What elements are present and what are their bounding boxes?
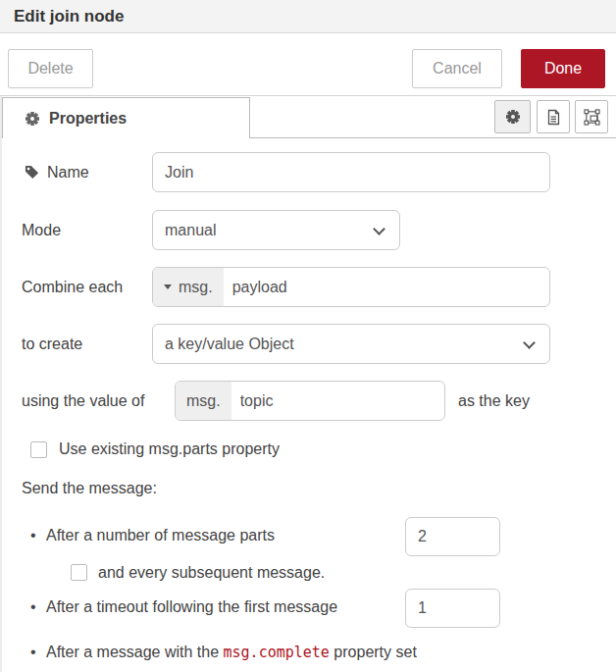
tab-properties-label: Properties [49,110,127,128]
properties-tab-button[interactable] [494,100,531,133]
msg-complete-code: msg.complete [224,644,330,661]
to-create-label: to create [22,324,82,364]
name-label-row: Name [25,152,89,192]
appearance-icon [584,109,600,126]
mode-label: Mode [22,210,61,250]
to-create-select-value: a key/value Object [165,325,294,363]
tag-icon [25,165,39,180]
complete-item-label: After a message with the msg.complete pr… [46,644,417,661]
description-tab-button[interactable] [537,100,570,133]
chevron-down-icon [373,223,385,235]
gear-icon [25,111,40,127]
tray-left-edge [0,96,2,672]
count-item-label: After a number of message parts [46,527,275,544]
combine-typedinput: msg. [152,267,550,307]
key-type-label: msg. [186,392,221,410]
caret-down-icon [164,284,172,289]
subsequent-checkbox[interactable] [71,564,87,581]
mode-select-value: manual [165,211,216,249]
mode-select[interactable]: manual [152,210,400,250]
use-parts-checkbox[interactable] [30,441,47,458]
name-label: Name [47,152,89,192]
delete-button[interactable]: Delete [8,49,93,88]
dialog-header: Edit join node [0,0,616,33]
combine-type-label: msg. [179,279,213,296]
name-input[interactable] [152,152,550,192]
chevron-down-icon [523,336,536,349]
use-parts-label: Use existing msg.parts property [59,440,280,458]
complete-text-before: After a message with the [46,644,224,660]
count-input[interactable] [405,517,500,556]
complete-text-after: property set [330,644,417,660]
description-icon [545,109,561,126]
key-suffix-label: as the key [458,381,530,421]
subsequent-label: and every subsequent message. [98,564,325,582]
key-label: using the value of [22,381,144,421]
edit-join-node-dialog: Edit join node Delete Cancel Done Proper… [0,0,616,672]
to-create-select[interactable]: a key/value Object [152,324,550,364]
key-value-input[interactable] [231,382,444,420]
combine-value-input[interactable] [224,268,549,306]
combine-type-button[interactable]: msg. [153,268,224,306]
timeout-input[interactable] [405,589,500,628]
tab-properties[interactable]: Properties [2,97,250,138]
gear-icon [505,109,521,125]
send-heading: Send the message: [22,480,157,497]
key-typedinput: msg. [175,381,445,421]
timeout-item-label: After a timeout following the first mess… [46,598,337,616]
appearance-tab-button[interactable] [575,100,608,133]
key-type-button[interactable]: msg. [176,382,231,420]
done-button[interactable]: Done [521,49,605,88]
cancel-button[interactable]: Cancel [412,49,502,88]
combine-label: Combine each [22,267,123,307]
dialog-title: Edit join node [14,7,124,26]
